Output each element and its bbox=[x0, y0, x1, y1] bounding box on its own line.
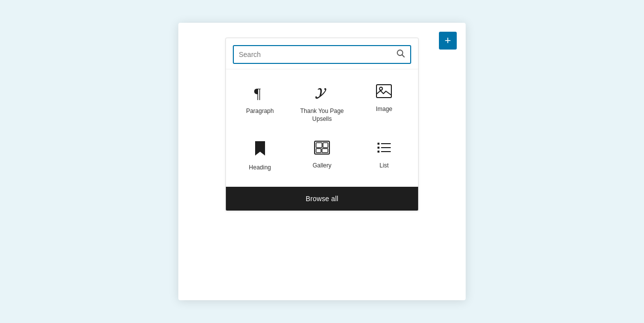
search-area bbox=[226, 38, 418, 69]
list-label: List bbox=[379, 162, 389, 170]
svg-text:¶: ¶ bbox=[254, 85, 261, 100]
svg-rect-15 bbox=[377, 151, 379, 153]
gallery-icon bbox=[314, 141, 330, 157]
paragraph-label: Paragraph bbox=[246, 108, 274, 115]
svg-rect-10 bbox=[322, 149, 328, 153]
svg-line-1 bbox=[402, 55, 405, 57]
block-item-image[interactable]: Image bbox=[355, 77, 413, 130]
browse-all-button[interactable]: Browse all bbox=[226, 187, 418, 211]
svg-point-5 bbox=[379, 87, 382, 90]
block-item-list[interactable]: List bbox=[355, 134, 413, 179]
image-icon bbox=[376, 84, 392, 101]
svg-rect-4 bbox=[376, 85, 391, 98]
svg-rect-8 bbox=[323, 143, 328, 148]
add-block-button[interactable]: + bbox=[439, 32, 457, 50]
block-item-thank-you-page-upsells[interactable]: 𝓨 Thank You Page Upsells bbox=[293, 77, 351, 130]
block-inserter-panel: ¶ Paragraph 𝓨 Thank You Page Upsells bbox=[225, 38, 419, 211]
heading-icon bbox=[253, 141, 267, 159]
svg-rect-13 bbox=[377, 147, 379, 149]
block-item-paragraph[interactable]: ¶ Paragraph bbox=[231, 77, 289, 130]
paragraph-icon: ¶ bbox=[253, 84, 267, 103]
gallery-label: Gallery bbox=[313, 162, 331, 170]
search-input[interactable] bbox=[239, 51, 396, 58]
heading-label: Heading bbox=[249, 164, 271, 172]
image-label: Image bbox=[376, 106, 392, 113]
page-wrapper: + ¶ Paragraph bbox=[178, 23, 466, 300]
svg-text:𝓨: 𝓨 bbox=[315, 86, 326, 100]
svg-rect-9 bbox=[316, 149, 321, 153]
svg-rect-11 bbox=[377, 143, 379, 145]
svg-rect-7 bbox=[316, 143, 322, 148]
block-item-gallery[interactable]: Gallery bbox=[293, 134, 351, 179]
blocks-grid: ¶ Paragraph 𝓨 Thank You Page Upsells bbox=[226, 69, 418, 187]
block-item-heading[interactable]: Heading bbox=[231, 134, 289, 179]
search-input-wrapper bbox=[233, 45, 411, 64]
thank-you-page-upsells-label: Thank You Page Upsells bbox=[297, 108, 347, 123]
list-icon bbox=[376, 141, 391, 157]
yoast-icon: 𝓨 bbox=[314, 84, 330, 103]
search-icon bbox=[396, 49, 405, 60]
